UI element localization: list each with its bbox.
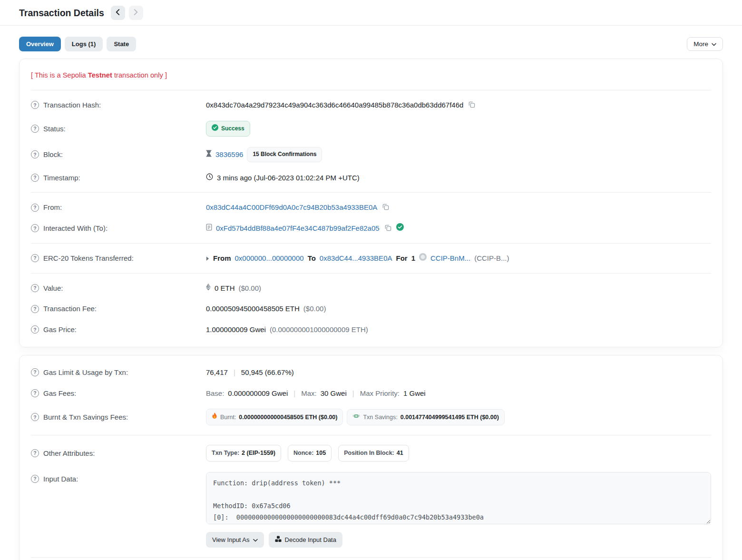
row-erc20-transfers: ? ERC-20 Tokens Transferred: From 0x0000… [31, 248, 711, 269]
help-icon[interactable]: ? [31, 174, 39, 182]
next-transaction-button[interactable] [129, 6, 143, 20]
tab-state[interactable]: State [107, 37, 136, 51]
help-icon[interactable]: ? [31, 449, 39, 457]
gas-price-label-group: ? Gas Price: [31, 324, 206, 335]
txn-savings-badge: Txn Savings: 0.001477404999541495 ETH ($… [347, 409, 504, 425]
help-icon[interactable]: ? [31, 254, 39, 262]
position-value: 41 [397, 449, 403, 457]
copy-icon [384, 224, 391, 233]
transaction-fee-label-group: ? Transaction Fee: [31, 304, 206, 314]
transaction-hash-label: Transaction Hash: [43, 100, 101, 110]
block-label: Block: [43, 149, 63, 160]
gas-fees-max-value: 30 Gwei [321, 388, 347, 399]
row-transaction-fee: ? Transaction Fee: 0.000050945000458505 … [31, 298, 711, 319]
caret-right-icon[interactable] [206, 253, 209, 264]
decode-input-data-button[interactable]: Decode Input Data [269, 532, 342, 548]
help-icon[interactable]: ? [31, 150, 39, 158]
timestamp-label-group: ? Timestamp: [31, 173, 206, 183]
decode-input-data-label: Decode Input Data [285, 536, 336, 543]
gas-fees-label: Gas Fees: [43, 388, 76, 399]
input-data-textarea[interactable]: Function: drip(address token) *** Method… [206, 472, 711, 524]
gas-fees-base-label: Base: [206, 388, 224, 399]
erc20-from-address-link[interactable]: 0x000000...00000000 [235, 253, 304, 264]
from-label: From: [43, 202, 62, 213]
block-label-group: ? Block: [31, 149, 206, 160]
tab-logs[interactable]: Logs (1) [65, 37, 103, 51]
erc20-to-word: To [308, 253, 316, 264]
view-input-as-button[interactable]: View Input As [206, 532, 264, 548]
help-icon[interactable]: ? [31, 125, 39, 133]
row-timestamp: ? Timestamp: 3 mins ago (Jul-06-2023 01:… [31, 167, 711, 188]
copy-from-address-button[interactable] [381, 203, 390, 212]
divider [31, 243, 711, 244]
check-circle-icon [212, 124, 218, 133]
page-title: Transaction Details [19, 8, 104, 19]
help-icon[interactable]: ? [31, 389, 39, 397]
help-icon[interactable]: ? [31, 305, 39, 313]
divider [31, 192, 711, 193]
copy-to-address-button[interactable] [383, 224, 392, 233]
ethereum-icon [206, 283, 211, 294]
decode-boxes-icon [275, 536, 282, 544]
verified-check-circle-icon [396, 223, 404, 234]
chevron-down-icon [712, 40, 716, 48]
token-logo-icon [419, 253, 427, 264]
tab-overview[interactable]: Overview [19, 37, 61, 51]
divider [31, 273, 711, 274]
money-wings-icon [352, 413, 360, 422]
testnet-notice-bold: Testnet [88, 71, 112, 79]
tabs-row: Overview Logs (1) State More [19, 37, 723, 51]
erc20-token-link[interactable]: CCIP-BnM... [430, 253, 470, 264]
other-attributes-label-group: ? Other Attributes: [31, 448, 206, 459]
block-confirmations-badge: 15 Block Confirmations [247, 147, 322, 162]
row-gas-price: ? Gas Price: 1.000000009 Gwei (0.0000000… [31, 319, 711, 340]
gas-fees-max-priority-value: 1 Gwei [403, 388, 426, 399]
row-value: ? Value: 0 ETH ($0.00) [31, 278, 711, 299]
transaction-fee-label: Transaction Fee: [43, 304, 97, 314]
txn-type-value: 2 (EIP-1559) [242, 449, 275, 457]
help-icon[interactable]: ? [31, 325, 39, 334]
help-icon[interactable]: ? [31, 475, 39, 483]
row-input-data: ? Input Data: Function: drip(address tok… [31, 467, 711, 553]
testnet-notice: [ This is a Sepolia Testnet transaction … [31, 66, 711, 86]
overview-card: [ This is a Sepolia Testnet transaction … [19, 59, 723, 347]
nonce-value: 105 [316, 449, 326, 457]
other-attributes-label: Other Attributes: [43, 448, 95, 459]
row-block: ? Block: 3836596 15 Block Confirmations [31, 142, 711, 167]
block-number-link[interactable]: 3836596 [215, 149, 243, 160]
gas-price-gwei: 1.000000009 Gwei [206, 324, 266, 335]
txn-savings-value: 0.001477404999541495 ETH ($0.00) [400, 413, 499, 422]
details-card: ? Gas Limit & Usage by Txn: 76,417 | 50,… [19, 355, 723, 560]
burnt-fees-label-group: ? Burnt & Txn Savings Fees: [31, 412, 206, 422]
transaction-fee-eth: 0.000050945000458505 ETH [206, 304, 300, 314]
help-icon[interactable]: ? [31, 204, 39, 212]
input-data-label-group: ? Input Data: [31, 472, 206, 484]
more-label: More [693, 40, 708, 48]
value-eth: 0 ETH [215, 283, 235, 294]
gas-limit-label: Gas Limit & Usage by Txn: [43, 367, 128, 378]
help-icon[interactable]: ? [31, 413, 39, 421]
previous-transaction-button[interactable] [111, 6, 125, 20]
help-icon[interactable]: ? [31, 284, 39, 292]
status-label-group: ? Status: [31, 124, 206, 134]
separator: | [232, 367, 237, 378]
copy-transaction-hash-button[interactable] [467, 101, 476, 109]
gas-fees-base-value: 0.000000009 Gwei [228, 388, 288, 399]
help-icon[interactable]: ? [31, 101, 39, 109]
flame-icon [212, 413, 217, 422]
help-icon[interactable]: ? [31, 224, 39, 232]
erc20-label-group: ? ERC-20 Tokens Transferred: [31, 253, 206, 264]
to-address-link[interactable]: 0xFd57b4ddBf88a4e07fF4e34C487b99af2Fe82a… [216, 223, 380, 234]
help-icon[interactable]: ? [31, 368, 39, 376]
burnt-value: 0.000000000000458505 ETH ($0.00) [239, 413, 337, 422]
gas-price-label: Gas Price: [43, 324, 77, 335]
row-status: ? Status: Success [31, 116, 711, 142]
more-dropdown-button[interactable]: More [687, 37, 723, 51]
position-key: Position In Block: [344, 449, 394, 457]
erc20-to-address-link[interactable]: 0x83dC44...4933BE0A [320, 253, 392, 264]
row-transaction-hash: ? Transaction Hash: 0x843dc70a4a29d79234… [31, 95, 711, 116]
transaction-fee-usd: ($0.00) [303, 304, 326, 314]
separator: | [292, 388, 297, 399]
from-address-link[interactable]: 0x83dC44a4C00DFf69d0A0c7c94B20b53a4933BE… [206, 202, 377, 213]
erc20-for-word: For [396, 253, 407, 264]
